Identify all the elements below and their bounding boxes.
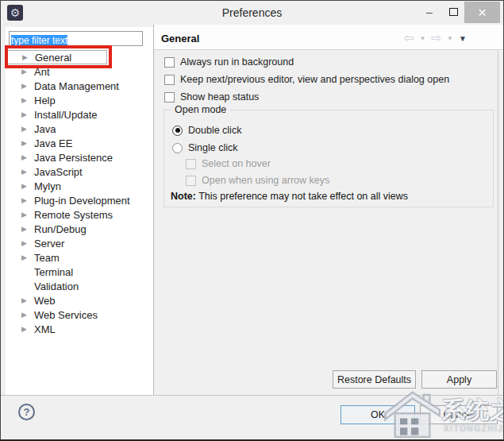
title-bar[interactable]: ⚙ Preferences – ✕ xyxy=(1,1,503,25)
tree-item-java-persistence[interactable]: ▶Java Persistence xyxy=(6,150,152,164)
maximize-button[interactable] xyxy=(442,1,464,23)
panel-divider[interactable] xyxy=(153,25,154,396)
checkbox-label: Show heap status xyxy=(180,91,259,103)
tree-item-web[interactable]: ▶Web xyxy=(6,293,152,308)
preferences-dialog: ⚙ Preferences – ✕ type filter text ▶Gene… xyxy=(0,0,504,441)
expander-icon[interactable]: ▶ xyxy=(21,211,34,219)
tree-item-java-ee[interactable]: ▶Java EE xyxy=(6,136,152,150)
expander-icon[interactable]: ▶ xyxy=(21,110,34,118)
tree-item-label: Validation xyxy=(34,280,79,292)
tree-item-help[interactable]: ▶Help xyxy=(6,93,152,107)
checkbox-icon[interactable] xyxy=(164,75,175,85)
expander-icon[interactable]: ▶ xyxy=(21,196,34,204)
tree-item-label: JavaScript xyxy=(34,166,83,178)
checkbox-open-arrow-keys: Open when using arrow keys xyxy=(186,175,329,186)
tree-item-java[interactable]: ▶Java xyxy=(6,122,152,136)
tree-item-run-debug[interactable]: ▶Run/Debug xyxy=(6,222,152,236)
tree-item-label: Java EE xyxy=(34,137,72,149)
forward-dropdown-icon[interactable]: ▼ xyxy=(447,35,453,42)
tree-item-install-update[interactable]: ▶Install/Update xyxy=(6,107,152,122)
tree-item-javascript[interactable]: ▶JavaScript xyxy=(6,164,152,179)
close-button[interactable]: ✕ xyxy=(464,2,500,23)
radio-label: Single click xyxy=(188,142,238,153)
tree-item-data-management[interactable]: ▶Data Management xyxy=(6,79,152,93)
tree-item-label: Remote Systems xyxy=(34,209,113,221)
expander-icon[interactable]: ▶ xyxy=(21,325,34,333)
minimize-button[interactable]: – xyxy=(417,1,442,23)
filter-input[interactable]: type filter text xyxy=(9,31,143,46)
tree-item-label: Run/Debug xyxy=(34,223,87,235)
tree-item-label: XML xyxy=(34,323,56,335)
expander-icon[interactable]: ▶ xyxy=(21,139,34,147)
tree-item-label: Java Persistence xyxy=(34,152,113,164)
note-label: Note: xyxy=(171,191,196,202)
radio-single-click[interactable]: Single click xyxy=(172,142,238,153)
checkbox-icon[interactable] xyxy=(164,92,175,103)
expander-icon[interactable]: ▶ xyxy=(21,253,34,261)
open-mode-group-title: Open mode xyxy=(171,104,229,115)
tree-item-terminal[interactable]: Terminal xyxy=(6,265,152,279)
checkbox-icon[interactable] xyxy=(164,57,175,68)
ok-button[interactable]: OK xyxy=(340,405,415,424)
page-title: General xyxy=(161,33,199,44)
footer-separator xyxy=(1,395,504,396)
tree-item-plug-in-development[interactable]: ▶Plug-in Development xyxy=(6,193,152,207)
tree-item-remote-systems[interactable]: ▶Remote Systems xyxy=(6,207,152,222)
apply-button[interactable]: Apply xyxy=(421,370,497,389)
tree-item-general[interactable]: ▶General xyxy=(6,50,107,64)
expander-icon[interactable]: ▶ xyxy=(21,296,34,304)
tree-item-ant[interactable]: ▶Ant xyxy=(6,64,152,79)
tree-item-xml[interactable]: ▶XML xyxy=(6,322,152,336)
maximize-icon xyxy=(449,8,458,16)
tree-item-label: Web Services xyxy=(34,309,98,321)
expander-icon[interactable]: ▶ xyxy=(21,153,34,161)
tree-item-label: Server xyxy=(34,238,64,250)
checkbox-label: Select on hover xyxy=(202,158,271,169)
checkbox-label: Always run in background xyxy=(180,56,294,68)
checkbox-keep-next-previous-editor-view[interactable]: Keep next/previous editor, view and pers… xyxy=(164,74,449,85)
expander-icon[interactable]: ▶ xyxy=(21,96,34,104)
tree-item-validation[interactable]: Validation xyxy=(6,279,152,293)
back-dropdown-icon[interactable]: ▼ xyxy=(420,35,426,42)
back-icon[interactable]: ⇦ xyxy=(404,31,414,45)
tree-item-label: Ant xyxy=(34,66,50,78)
filter-text-selected: type filter text xyxy=(11,35,67,46)
tree-item-label: Mylyn xyxy=(34,180,61,192)
tree-item-server[interactable]: ▶Server xyxy=(6,236,152,250)
checkbox-icon xyxy=(186,159,196,169)
expander-icon[interactable]: ▶ xyxy=(21,239,34,247)
forward-icon[interactable]: ⇨ xyxy=(432,31,442,45)
expander-icon[interactable]: ▶ xyxy=(21,182,34,190)
expander-icon[interactable]: ▶ xyxy=(21,168,34,176)
expander-icon[interactable]: ▶ xyxy=(21,225,34,233)
watermark-subtitle: XITONGZHIJIA.NET xyxy=(444,424,504,433)
expander-icon[interactable]: ▶ xyxy=(21,125,34,133)
view-menu-icon[interactable]: ▼ xyxy=(459,34,467,43)
cancel-button[interactable]: Cancel xyxy=(420,405,498,424)
tree-item-label: Data Management xyxy=(34,80,119,92)
radio-double-click[interactable]: Double click xyxy=(172,125,241,136)
checkbox-label: Open when using arrow keys xyxy=(202,175,329,186)
radio-label: Double click xyxy=(188,125,241,136)
tree-item-label: Web xyxy=(34,295,56,307)
tree-item-label: Install/Update xyxy=(34,109,98,121)
tree-item-label: General xyxy=(35,52,71,64)
restore-defaults-button[interactable]: Restore Defaults xyxy=(333,370,416,389)
help-button[interactable]: ? xyxy=(18,404,35,420)
checkbox-label: Keep next/previous editor, view and pers… xyxy=(180,74,449,85)
checkbox-select-on-hover: Select on hover xyxy=(186,158,271,169)
checkbox-show-heap-status[interactable]: Show heap status xyxy=(164,91,259,103)
tree-item-mylyn[interactable]: ▶Mylyn xyxy=(6,179,152,193)
tree-item-label: Plug-in Development xyxy=(34,195,130,207)
preferences-tree: ▶General▶Ant▶Data Management▶Help▶Instal… xyxy=(6,50,152,336)
expander-icon[interactable]: ▶ xyxy=(22,53,35,61)
tree-item-team[interactable]: ▶Team xyxy=(6,250,152,265)
radio-unselected-icon xyxy=(172,143,183,153)
checkbox-always-run-in-background[interactable]: Always run in background xyxy=(164,56,294,68)
expander-icon[interactable]: ▶ xyxy=(21,311,34,319)
tree-item-label: Java xyxy=(34,123,56,135)
expander-icon[interactable]: ▶ xyxy=(21,68,34,75)
tree-item-web-services[interactable]: ▶Web Services xyxy=(6,308,152,322)
expander-icon[interactable]: ▶ xyxy=(21,82,34,90)
note-text: Note: This preference may not take effec… xyxy=(171,191,408,202)
